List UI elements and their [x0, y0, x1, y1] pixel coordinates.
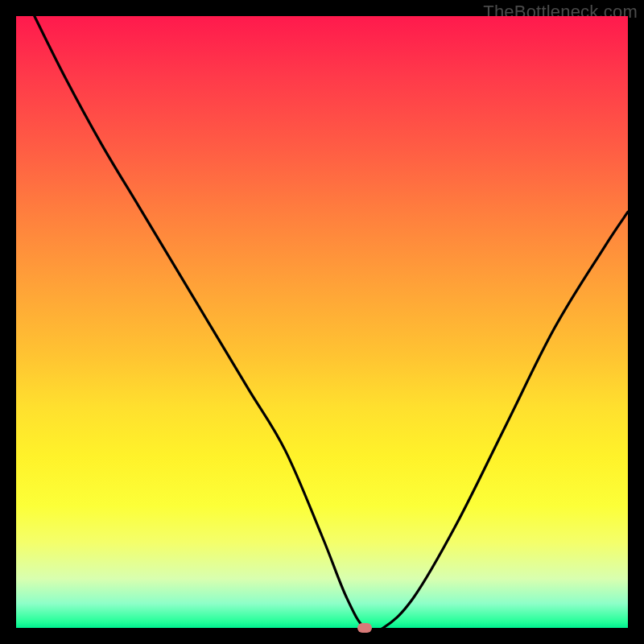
- min-marker: [357, 623, 372, 633]
- chart-frame: TheBottleneck.com: [0, 0, 644, 644]
- plot-area: [16, 16, 628, 628]
- curve-svg: [16, 16, 628, 628]
- bottleneck-curve: [35, 16, 628, 632]
